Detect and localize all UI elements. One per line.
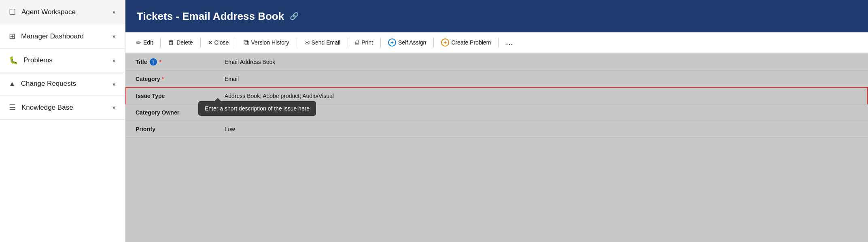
table-row: Title i * Email Address Book — [126, 53, 868, 71]
required-star: * — [162, 76, 164, 82]
sidebar-item-problems[interactable]: 🐛 Problems ∨ — [0, 49, 125, 72]
category-label-text: Category — [136, 76, 160, 82]
sidebar-item-label: Change Requests — [21, 80, 106, 88]
sidebar-item-label: Knowledge Base — [21, 104, 106, 112]
separator — [236, 38, 236, 47]
chevron-down-icon: ∨ — [112, 9, 116, 15]
form-table: Title i * Email Address Book Category * … — [125, 53, 868, 138]
field-value-title: Email Address Book — [215, 53, 868, 71]
version-history-button[interactable]: ⧉ Version History — [240, 36, 293, 49]
chevron-down-icon: ∨ — [112, 57, 116, 64]
create-problem-button[interactable]: + Create Problem — [437, 36, 495, 49]
separator — [433, 38, 434, 47]
separator — [348, 38, 348, 47]
print-icon: ⎙ — [355, 39, 359, 46]
field-value-category-owner — [215, 104, 868, 121]
close-button[interactable]: ✕ Close — [204, 37, 233, 48]
delete-label: Delete — [176, 39, 193, 46]
sidebar-item-label: Agent Workspace — [21, 8, 106, 16]
triangle-icon: ▲ — [9, 80, 15, 87]
chevron-down-icon: ∨ — [112, 81, 116, 87]
edit-icon: ✏ — [136, 39, 141, 47]
content-area: Enter a short description of the issue h… — [125, 53, 868, 242]
field-value-issue-type: Address Book; Adobe product; Audio/Visua… — [215, 87, 868, 104]
info-icon[interactable]: i — [150, 58, 157, 66]
toolbar: ✏ Edit 🗑 Delete ✕ Close ⧉ Version Histor… — [125, 32, 868, 53]
print-button[interactable]: ⎙ Print — [351, 36, 377, 49]
separator — [498, 38, 499, 47]
separator — [200, 38, 201, 47]
edit-label: Edit — [143, 39, 153, 46]
field-value-category: Email — [215, 71, 868, 88]
delete-icon: 🗑 — [168, 39, 174, 46]
delete-button[interactable]: 🗑 Delete — [164, 36, 197, 49]
page-title: Tickets - Email Address Book — [137, 10, 284, 23]
edit-button[interactable]: ✏ Edit — [132, 36, 157, 49]
main-content: Tickets - Email Address Book 🔗 ✏ Edit 🗑 … — [125, 0, 868, 242]
page-header: Tickets - Email Address Book 🔗 — [125, 0, 868, 32]
issue-type-label-text: Issue Type — [136, 93, 165, 99]
document-icon: ☰ — [9, 103, 16, 112]
chevron-down-icon: ∨ — [112, 104, 116, 110]
sidebar-item-knowledge-base[interactable]: ☰ Knowledge Base ∨ — [0, 96, 125, 120]
close-icon: ✕ — [208, 40, 212, 46]
title-label-text: Title — [136, 59, 147, 65]
sidebar-item-label: Manager Dashboard — [21, 32, 106, 40]
send-email-label: Send Email — [312, 39, 341, 46]
field-label-priority: Priority — [126, 121, 215, 138]
send-email-button[interactable]: ✉ Send Email — [300, 36, 345, 49]
field-label-category-owner: Category Owner — [126, 104, 215, 121]
version-history-icon: ⧉ — [244, 38, 249, 47]
more-button[interactable]: ... — [502, 36, 517, 49]
table-row-issue-type: Issue Type Address Book; Adobe product; … — [126, 87, 868, 104]
self-assign-button[interactable]: + Self Assign — [384, 36, 430, 49]
field-label-title: Title i * — [126, 53, 215, 71]
table-row: Category Owner — [126, 104, 868, 121]
create-problem-label: Create Problem — [451, 39, 491, 46]
table-row: Category * Email — [126, 71, 868, 88]
self-assign-label: Self Assign — [398, 39, 426, 46]
send-email-icon: ✉ — [304, 39, 310, 47]
field-value-priority: Low — [215, 121, 868, 138]
sidebar-item-manager-dashboard[interactable]: ⊞ Manager Dashboard ∨ — [0, 24, 125, 49]
grid-icon: ⊞ — [9, 32, 15, 41]
separator — [297, 38, 297, 47]
sidebar: ☐ Agent Workspace ∨ ⊞ Manager Dashboard … — [0, 0, 125, 242]
field-label-category: Category * — [126, 71, 215, 88]
bug-icon: 🐛 — [9, 56, 18, 65]
separator — [380, 38, 381, 47]
version-history-label: Version History — [251, 39, 289, 46]
required-star: * — [159, 59, 161, 65]
sidebar-item-change-requests[interactable]: ▲ Change Requests ∨ — [0, 72, 125, 96]
close-label: Close — [214, 39, 229, 46]
self-assign-icon: + — [388, 38, 396, 47]
chevron-down-icon: ∨ — [112, 33, 116, 39]
more-label: ... — [506, 38, 513, 47]
table-row: Priority Low — [126, 121, 868, 138]
sidebar-item-label: Problems — [23, 56, 106, 64]
sidebar-item-agent-workspace[interactable]: ☐ Agent Workspace ∨ — [0, 0, 125, 24]
link-icon[interactable]: 🔗 — [290, 12, 299, 21]
field-label-issue-type: Issue Type — [126, 87, 215, 104]
monitor-icon: ☐ — [9, 7, 16, 17]
create-problem-icon: + — [441, 38, 449, 47]
print-label: Print — [361, 39, 373, 46]
separator — [160, 38, 161, 47]
